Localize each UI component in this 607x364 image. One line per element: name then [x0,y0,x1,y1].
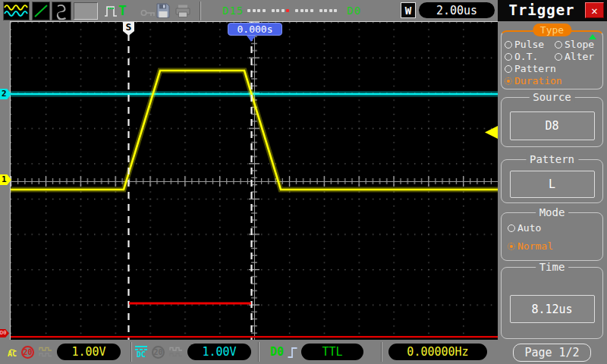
option-label: Auto [517,222,541,234]
trigger-type-option-ot[interactable]: O.T. [505,51,555,62]
ch1-scale-readout: 1.00V [57,344,121,360]
rising-edge-icon [287,346,298,359]
option-label: Duration [514,75,562,86]
option-label: Slope [565,39,594,50]
status-separator [381,342,382,362]
pattern-section-legend: Pattern [526,153,578,165]
bus-dot [253,9,256,12]
option-label: Pulse [514,39,544,50]
ch2-bandwidth-limit-badge: 20 [152,346,165,359]
ch1-coupling-ac-icon: ∼ AC [8,346,17,358]
trigger-type-option-slope[interactable]: Slope [555,39,602,50]
dc-solid-line [135,346,147,347]
bus-dots [247,9,343,12]
key-lock-icon[interactable] [140,6,156,20]
status-separator [258,342,259,362]
mode-section-legend: Mode [536,206,569,218]
trigger-pattern-section: Pattern L [501,159,603,203]
radio-selected-icon [505,77,512,85]
trigger-time-label: 0.000s [228,23,282,36]
ch1-coupling-label: AC [8,350,17,358]
trigger-type-option-alter[interactable]: Alter [555,51,602,62]
slope-line-icon[interactable] [32,2,50,20]
radio-icon [505,53,512,61]
trigger-type-option-duration[interactable]: Duration [505,75,602,86]
bus-dot [281,9,285,12]
ch1-squarewave-icon [39,347,52,357]
digital-threshold-readout: TTL [301,344,363,360]
trigger-mode-option-auto[interactable]: Auto [508,222,602,234]
type-section-legend: Type [533,24,571,36]
trigger-time-section: Time 8.12us [501,267,603,339]
trigger-source-section: Source D8 [501,97,603,147]
frequency-counter-readout: 0.00000Hz [388,344,487,360]
frequency-group: 0.00000Hz [388,340,487,364]
timebase-readout: 2.00us [419,2,495,18]
bus-dot [319,9,322,12]
radio-icon [508,224,515,232]
print-icon[interactable] [175,5,190,20]
scroll-up-icon[interactable] [589,34,596,39]
bus-dot [272,9,275,12]
status-bar: ∼ AC 20 1.00V DC 20 1.00V D0 TTL 0.0 [0,340,498,364]
trigger-mode-option-normal[interactable]: Normal [508,240,602,252]
trigger-position-pointer-icon [247,36,256,42]
trigger-t-icon[interactable]: T [118,2,127,18]
ch2-coupling-dc-icon: DC [135,346,147,359]
d0-position-marker[interactable]: D0 [0,329,9,337]
panel-title-bar: Trigger ✕ [498,0,607,21]
trigger-time-value-button[interactable]: 8.12us [510,295,595,323]
option-label: Normal [517,240,553,252]
trigger-pattern-value-button[interactable]: L [510,171,595,198]
ch2-squarewave-icon [169,347,183,357]
time-section-legend: Time [536,261,569,273]
bus-dot [329,9,332,12]
option-label: O.T. [514,51,538,62]
bus-left-label: D15 [222,5,244,17]
trigger-type-option-pulse[interactable]: Pulse [505,39,555,50]
toolbar-inset-panel [74,2,98,20]
pulse-capture-icon[interactable] [104,4,118,21]
radio-selected-icon [508,243,515,250]
d0-logic-trace [11,336,498,337]
ch1-status-group: ∼ AC 20 1.00V [8,340,121,364]
ch2-coupling-label: DC [137,351,146,359]
graticule-and-traces [11,22,498,340]
panel-title: Trigger [498,2,586,18]
radio-icon [555,41,562,49]
window-timebase-badge: W [401,2,416,18]
bus-dot [247,9,250,12]
channels-waveform-icon[interactable] [3,2,30,20]
radio-icon [505,65,512,73]
trigger-type-section: Type Pulse Slope O.T. Alter Pattern Dura… [501,30,603,89]
digital-bus-indicator: D15 D0 [222,5,361,17]
close-icon[interactable]: ✕ [585,2,604,18]
source-section-legend: Source [529,91,575,103]
trigger-source-value-button[interactable]: D8 [510,111,595,140]
bus-dot [334,9,337,12]
trigger-type-option-pattern[interactable]: Pattern [505,63,602,74]
toolbar-separator [200,2,201,20]
radio-icon [555,53,562,61]
bus-right-label: D0 [347,5,361,17]
ch2-scale-readout: 1.00V [187,344,251,360]
bus-dot [263,9,266,12]
logo-icon[interactable] [52,2,71,20]
option-label: Alter [565,51,594,62]
page-button[interactable]: Page 1/2 [513,344,591,362]
status-separator [131,342,132,362]
option-label: Pattern [514,63,556,74]
digital-status-group: D0 TTL [270,340,363,364]
bus-dot [324,9,327,12]
bus-dot [310,9,313,12]
trigger-mode-section: Mode Auto Normal [501,212,603,261]
save-floppy-icon[interactable] [156,3,170,21]
ch2-status-group: DC 20 1.00V [135,340,251,364]
radio-icon [505,41,512,49]
digital-channel-label: D0 [270,345,284,359]
bus-dot-trigger-source [286,9,289,12]
bus-dot [295,9,298,12]
bus-dot [300,9,304,12]
top-toolbar: T D15 D0 W 2.00us [0,0,498,22]
ch1-bandwidth-limit-badge: 20 [21,346,34,359]
